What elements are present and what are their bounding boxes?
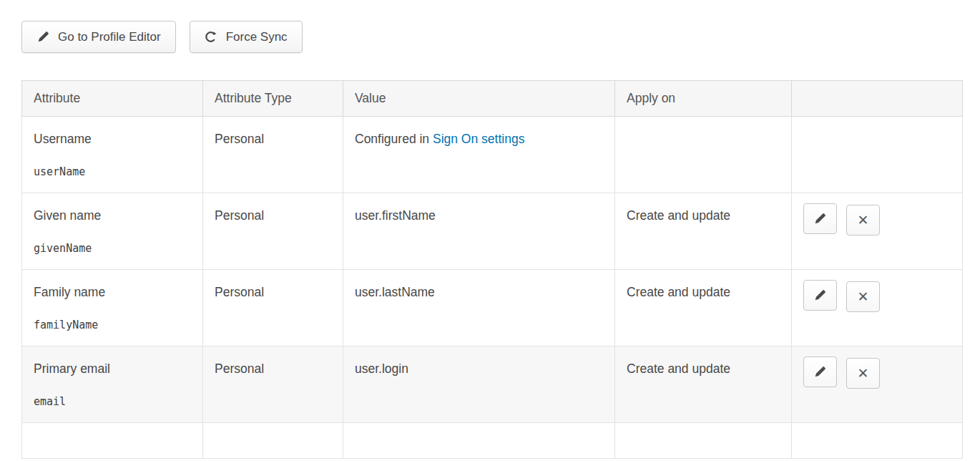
actions-cell: ✕ [792, 346, 963, 423]
actions-cell: ✕ [792, 193, 963, 270]
table-row-username: Username userName Personal Configured in… [22, 117, 963, 193]
attribute-type-cell: Personal [203, 270, 343, 346]
delete-attribute-button[interactable]: ✕ [846, 358, 880, 389]
attribute-type-cell: Personal [203, 346, 343, 423]
go-to-profile-editor-button[interactable]: Go to Profile Editor [21, 21, 176, 53]
attribute-mappings-table: Attribute Attribute Type Value Apply on … [21, 80, 963, 459]
close-icon: ✕ [857, 290, 868, 304]
header-attribute-type: Attribute Type [203, 81, 343, 117]
table-header-row: Attribute Attribute Type Value Apply on [22, 81, 963, 117]
close-icon: ✕ [857, 213, 868, 227]
value-text: Configured in [355, 132, 429, 146]
value-cell: Configured in Sign On settings [343, 117, 615, 193]
pencil-icon [814, 213, 827, 225]
go-to-profile-editor-label: Go to Profile Editor [58, 30, 161, 44]
attribute-variable: email [34, 395, 191, 408]
attribute-label: Given name [34, 208, 191, 223]
attribute-label: Primary email [34, 361, 191, 377]
pencil-icon [36, 31, 49, 44]
force-sync-label: Force Sync [226, 30, 288, 44]
attribute-label: Family name [34, 285, 191, 300]
value-cell: user.firstName [343, 193, 615, 270]
force-sync-button[interactable]: Force Sync [190, 21, 303, 53]
header-apply-on: Apply on [615, 81, 792, 117]
attribute-cell: Given name givenName [22, 193, 203, 270]
actions-cell [792, 117, 963, 193]
attribute-cell: Family name familyName [22, 270, 203, 346]
value-cell: user.login [343, 346, 615, 423]
sign-on-settings-link[interactable]: Sign On settings [433, 132, 524, 146]
attribute-variable: userName [34, 165, 191, 178]
apply-on-cell [615, 117, 792, 193]
edit-attribute-button[interactable] [803, 356, 837, 387]
apply-on-cell: Create and update [615, 193, 792, 270]
apply-on-cell [615, 423, 792, 459]
close-icon: ✕ [857, 367, 868, 380]
actions-cell [792, 423, 963, 459]
attribute-variable: givenName [34, 242, 191, 255]
pencil-icon [814, 366, 827, 379]
table-row-family-name: Family name familyName Personal user.las… [22, 270, 963, 346]
actions-cell: ✕ [792, 270, 963, 346]
attribute-cell: Primary email email [22, 346, 203, 423]
attribute-cell: Username userName [22, 117, 203, 193]
pencil-icon [814, 289, 827, 302]
edit-attribute-button[interactable] [803, 280, 837, 311]
value-cell [343, 423, 615, 459]
attribute-cell [22, 423, 203, 459]
header-value: Value [343, 81, 615, 117]
refresh-icon [205, 31, 217, 44]
attribute-type-cell [203, 423, 343, 459]
header-actions [792, 81, 963, 117]
delete-attribute-button[interactable]: ✕ [846, 205, 880, 236]
value-cell: user.lastName [343, 270, 615, 346]
delete-attribute-button[interactable]: ✕ [846, 281, 880, 312]
apply-on-cell: Create and update [615, 346, 792, 423]
partial-row [22, 423, 963, 459]
header-attribute: Attribute [22, 81, 203, 117]
attribute-type-cell: Personal [203, 193, 343, 270]
attribute-type-cell: Personal [203, 117, 343, 193]
edit-attribute-button[interactable] [803, 203, 837, 234]
apply-on-cell: Create and update [615, 270, 792, 346]
attribute-label: Username [34, 132, 191, 147]
attribute-variable: familyName [34, 319, 191, 331]
table-row-given-name: Given name givenName Personal user.first… [22, 193, 963, 270]
toolbar: Go to Profile Editor Force Sync [21, 21, 980, 53]
table-row-primary-email: Primary email email Personal user.login … [22, 346, 963, 423]
